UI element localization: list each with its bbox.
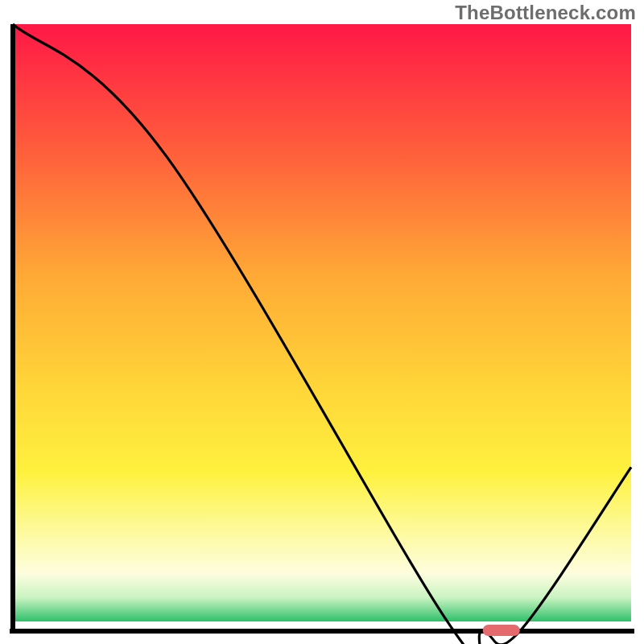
- chart-stage: TheBottleneck.com: [0, 0, 644, 644]
- plot-background: [13, 24, 631, 621]
- sweet-spot-marker: [483, 625, 520, 636]
- bottleneck-chart: [0, 0, 644, 644]
